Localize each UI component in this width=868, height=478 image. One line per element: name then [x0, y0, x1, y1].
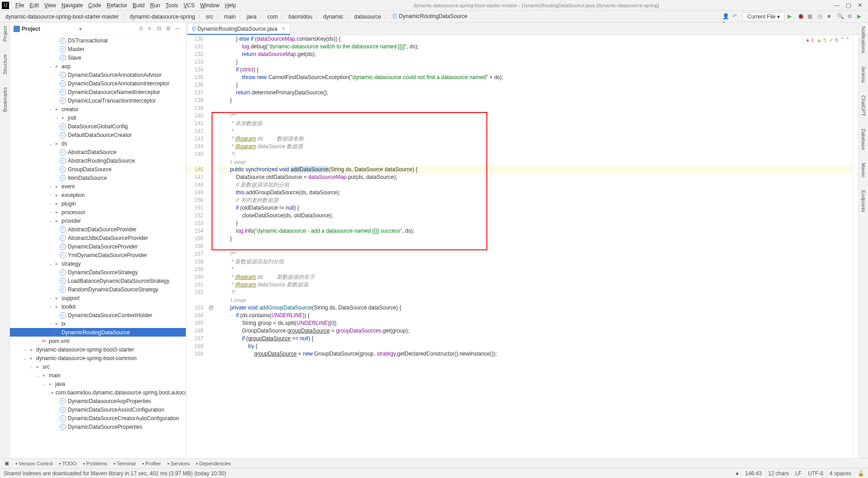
menu-build[interactable]: Build: [130, 2, 147, 9]
tree-item[interactable]: CRandomDynamicDataSourceStrategy: [10, 285, 186, 294]
tree-item[interactable]: CDSTransactional: [10, 36, 186, 45]
tree-item[interactable]: CDynamicDataSourceAssistConfiguration: [10, 405, 186, 414]
search-icon[interactable]: 🔍: [837, 13, 844, 20]
back-icon[interactable]: ↶: [732, 13, 740, 20]
tree-item[interactable]: CLoadBalanceDynamicDataSourceStrategy: [10, 276, 186, 285]
breadcrumb-item[interactable]: dynamic: [321, 14, 345, 20]
tree-item[interactable]: CDataSourceGlobalConfig: [10, 122, 186, 131]
menu-help[interactable]: Help: [222, 2, 239, 9]
tree-item[interactable]: CDynamicDataSourceContextHolder: [10, 311, 186, 319]
tree-item[interactable]: ›▸exception: [10, 191, 186, 199]
tool-project[interactable]: Project: [2, 24, 8, 43]
error-indicator[interactable]: ● 1: [806, 37, 814, 43]
tree-item[interactable]: CDynamicDataSourceStrategy: [10, 268, 186, 276]
tool-endpoints[interactable]: Endpoints: [861, 188, 866, 214]
tree-item[interactable]: CDefaultDataSourceCreator: [10, 131, 186, 139]
line-gutter[interactable]: 1301311321331341351361371381391401411421…: [186, 35, 208, 458]
tool-maven[interactable]: Maven: [861, 161, 866, 179]
breadcrumb-item[interactable]: java: [245, 14, 259, 20]
code-editor[interactable]: ● 1 ▲ 5 ✓ 6 ˄ ˅ 130131132133134135136137…: [186, 35, 858, 458]
bottom-tool-todo[interactable]: ▪ TODO: [56, 460, 79, 467]
tree-item[interactable]: mpom.xml: [10, 337, 186, 345]
tree-item[interactable]: ⌄▸ds: [10, 139, 186, 148]
tree-item[interactable]: ⌄▸creator: [10, 105, 186, 113]
caret-position[interactable]: 146:43: [745, 470, 762, 477]
select-opened-icon[interactable]: ⊙: [139, 25, 146, 33]
selection-length[interactable]: 12 chars: [768, 470, 789, 477]
bottom-tool-problems[interactable]: ▪ Problems: [80, 460, 110, 467]
tree-item[interactable]: CDynamicDatasourceNamedInterceptor: [10, 88, 186, 96]
breadcrumb-item[interactable]: main: [222, 14, 238, 20]
file-encoding[interactable]: UTF-8: [808, 470, 823, 477]
bottom-tool-dependencies[interactable]: ▪ Dependencies: [193, 460, 234, 467]
tool-chatgpt[interactable]: ChatGPT: [861, 94, 866, 118]
check-indicator[interactable]: ✓ 6: [829, 37, 838, 43]
tree-item[interactable]: ›▸event: [10, 182, 186, 191]
bottom-tool-terminal[interactable]: ▪ Terminal: [111, 460, 138, 467]
breadcrumb-item[interactable]: com: [266, 14, 280, 20]
progress-indicator[interactable]: ●: [736, 470, 739, 477]
tree-item[interactable]: CDynamicDatasourceAopProperties: [10, 397, 186, 405]
tool-database[interactable]: Database: [861, 127, 866, 152]
expand-all-icon[interactable]: ≡: [148, 25, 155, 33]
menu-file[interactable]: File: [13, 2, 27, 9]
breadcrumb-item[interactable]: Ⓒ DynamicRoutingDataSource: [390, 13, 469, 20]
editor-tab[interactable]: C DynamicRoutingDataSource.java ×: [187, 23, 290, 35]
stop-icon[interactable]: ■: [827, 13, 835, 20]
tree-item[interactable]: ›▸tx: [10, 319, 186, 328]
hide-icon[interactable]: —: [175, 25, 182, 33]
inspection-widget[interactable]: ● 1 ▲ 5 ✓ 6 ˄ ˅: [806, 37, 849, 43]
bottom-tool-services[interactable]: ▪ Services: [165, 460, 192, 467]
tree-item[interactable]: CItemDataSource: [10, 173, 186, 182]
error-stripe[interactable]: [853, 35, 858, 458]
breadcrumb-item[interactable]: dynamic-datasource-spring-boot-starter-m…: [4, 14, 121, 20]
tree-item[interactable]: CDynamicDataSourceProperties: [10, 422, 186, 431]
tab-close-icon[interactable]: ×: [282, 26, 285, 32]
tree-item[interactable]: ⌄▸com.baomidou.dynamic.datasource.spring…: [10, 388, 186, 397]
tool-jenkins[interactable]: Jenkins: [861, 64, 866, 84]
tree-item[interactable]: ›▸dynamic-datasource-spring-boot3-starte…: [10, 345, 186, 354]
menu-refactor[interactable]: Refactor: [104, 2, 130, 9]
tree-item[interactable]: ⌄▸toolkit: [10, 302, 186, 311]
tree-item[interactable]: ›▸jndi: [10, 113, 186, 122]
bottom-tool-profiler[interactable]: ▪ Profiler: [139, 460, 164, 467]
run-config-selector[interactable]: Current File ▾: [742, 12, 785, 21]
tool-notifications[interactable]: Notifications: [861, 24, 866, 55]
tree-item[interactable]: CDynamicRoutingDataSource: [10, 328, 186, 337]
tree-item[interactable]: CDynamicDataSourceAnnotationInterceptor: [10, 79, 186, 88]
tree-item[interactable]: ⌄▸main: [10, 371, 186, 380]
tool-bookmarks[interactable]: Bookmarks: [2, 85, 8, 114]
chevron-down-icon[interactable]: ˅: [846, 37, 849, 43]
run-anything-icon[interactable]: ▶: [857, 13, 864, 20]
menu-tools[interactable]: Tools: [163, 2, 181, 9]
breadcrumb-item[interactable]: dynamic-datasource-spring: [128, 14, 197, 20]
tree-item[interactable]: CDynamicDataSourceProvider: [10, 242, 186, 251]
gear-icon[interactable]: ⚙: [166, 25, 173, 33]
indent-info[interactable]: 4 spaces: [830, 470, 851, 477]
tree-item[interactable]: CDynamicDataSourceAnnotationAdvisor: [10, 70, 186, 79]
tree-item[interactable]: CGroupDataSource: [10, 165, 186, 173]
project-tree[interactable]: CDSTransactionalCMasterCSlave⌄▸aopCDynam…: [10, 35, 186, 458]
tree-item[interactable]: CAbstractJdbcDataSourceProvider: [10, 234, 186, 242]
breadcrumb-item[interactable]: datasource: [353, 14, 383, 20]
breadcrumb-item[interactable]: src: [204, 14, 215, 20]
menu-navigate[interactable]: Navigate: [59, 2, 85, 9]
tree-item[interactable]: ›▸support: [10, 294, 186, 302]
tree-item[interactable]: CYmlDynamicDataSourceProvider: [10, 251, 186, 259]
tree-item[interactable]: ›▸processor: [10, 208, 186, 216]
tree-item[interactable]: CSlave: [10, 53, 186, 62]
tree-item[interactable]: ⌄▸java: [10, 380, 186, 388]
bottom-tool-version-control[interactable]: ▪ Version Control: [13, 460, 55, 467]
minimize-icon[interactable]: —: [834, 2, 840, 9]
annotation-gutter[interactable]: @: [208, 35, 214, 458]
tree-item[interactable]: CAbstractRoutingDataSource: [10, 156, 186, 165]
tool-structure[interactable]: Structure: [2, 52, 8, 76]
tree-item[interactable]: ›▸plugin: [10, 199, 186, 208]
tree-item[interactable]: ⌄▸provider: [10, 216, 186, 225]
tree-item[interactable]: CDynamicDataSourceCreatorAutoConfigurati…: [10, 414, 186, 422]
warning-indicator[interactable]: ▲ 5: [816, 37, 826, 43]
settings-icon[interactable]: ⚙: [847, 13, 854, 20]
tree-item[interactable]: ⌄▸aop: [10, 62, 186, 70]
dropdown-icon[interactable]: ▾: [79, 26, 82, 32]
menu-vcs[interactable]: VCS: [181, 2, 198, 9]
